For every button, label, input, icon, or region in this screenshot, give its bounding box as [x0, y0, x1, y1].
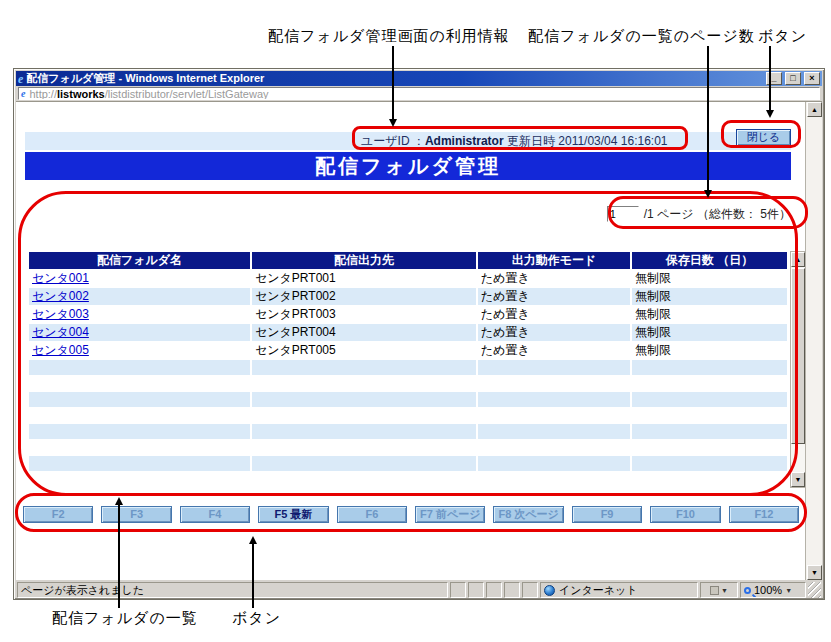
- col-header-mode: 出力動作モード: [478, 252, 630, 269]
- address-input[interactable]: e http://listworks/listdistributor/servl…: [18, 87, 820, 100]
- page-content: ユーザID ：Administrator 更新日時 2011/03/04 16:…: [16, 102, 822, 580]
- table-row: センタ005 センタPRT005 ため置き 無制限: [29, 342, 787, 359]
- scroll-down-icon[interactable]: ▼: [791, 472, 805, 487]
- close-page-button[interactable]: 閉じる: [736, 129, 791, 146]
- status-bar: ページが表示されました インターネット ▼ 100% ▼: [16, 580, 822, 599]
- zoom-control[interactable]: 100% ▼: [740, 582, 806, 598]
- annotation-arrow-line: [392, 46, 394, 120]
- url-text: http://listworks/listdistributor/servlet…: [29, 88, 268, 100]
- table-row: センタ002 センタPRT002 ため置き 無制限: [29, 288, 787, 305]
- scrollbar-thumb[interactable]: [791, 268, 805, 444]
- annotation-arrowhead: [249, 536, 257, 544]
- annotation-arrowhead: [115, 497, 123, 505]
- user-info-strip: ユーザID ：Administrator 更新日時 2011/03/04 16:…: [25, 132, 791, 150]
- table-row-empty: [29, 440, 787, 455]
- annotation-screen-info: 配信フォルダ管理画面の利用情報: [268, 27, 510, 46]
- pager-label: /1 ページ （総件数： 5件）: [644, 206, 791, 223]
- folder-link[interactable]: センタ002: [32, 289, 89, 303]
- status-message: ページが表示されました: [17, 582, 448, 598]
- annotation-page-count: 配信フォルダの一覧のページ数: [528, 27, 755, 46]
- folder-link[interactable]: センタ003: [32, 307, 89, 321]
- f8-next-page-button[interactable]: F8 次ページ: [493, 506, 563, 523]
- scroll-down-icon[interactable]: ▼: [807, 565, 822, 580]
- shield-icon: [710, 586, 719, 595]
- close-window-button[interactable]: ×: [804, 72, 820, 85]
- table-row-empty: [29, 408, 787, 423]
- protected-mode-indicator[interactable]: ▼: [700, 582, 738, 598]
- pager: /1 ページ （総件数： 5件）: [16, 205, 791, 223]
- folder-list-table: 配信フォルダ名 配信出力先 出力動作モード 保存日数 （日） センタ001 セン…: [27, 251, 789, 488]
- table-row-empty: [29, 472, 787, 487]
- internet-globe-icon: [544, 585, 555, 596]
- f6-button[interactable]: F6: [337, 506, 407, 523]
- annotation-arrow-line: [252, 544, 254, 608]
- folder-link[interactable]: センタ004: [32, 325, 89, 339]
- annotation-button-bottom: ボタン: [232, 609, 281, 628]
- window-title: 配信フォルダ管理 - Windows Internet Explorer: [26, 71, 763, 86]
- address-bar: e http://listworks/listdistributor/servl…: [16, 86, 822, 102]
- scroll-up-icon[interactable]: ▲: [791, 252, 805, 267]
- browser-scrollbar: ▲ ▼: [805, 102, 822, 580]
- folder-link[interactable]: センタ005: [32, 343, 89, 357]
- annotation-button-top: ボタン: [758, 27, 807, 46]
- col-header-days: 保存日数 （日）: [632, 252, 787, 269]
- annotation-arrow-line: [769, 46, 771, 111]
- function-key-bar: F2 F3 F4 F5 最新 F6 F7 前ページ F8 次ページ F9 F10…: [23, 506, 799, 523]
- updated-datetime: 2011/03/04 16:16:01: [558, 134, 667, 148]
- f3-button[interactable]: F3: [101, 506, 171, 523]
- security-zone: インターネット: [540, 582, 698, 598]
- f5-refresh-button[interactable]: F5 最新: [258, 506, 328, 523]
- annotation-folder-list: 配信フォルダの一覧: [52, 609, 198, 628]
- magnifier-icon: [744, 587, 751, 594]
- table-row: センタ003 センタPRT003 ため置き 無制限: [29, 306, 787, 323]
- f10-button[interactable]: F10: [650, 506, 720, 523]
- annotation-arrowhead: [389, 119, 397, 127]
- annotation-arrow-line: [707, 46, 709, 191]
- scroll-up-icon[interactable]: ▲: [807, 102, 822, 117]
- chevron-down-icon: ▼: [721, 587, 728, 594]
- f9-button[interactable]: F9: [572, 506, 642, 523]
- page-title: 配信フォルダ管理: [25, 152, 791, 180]
- f12-button[interactable]: F12: [729, 506, 799, 523]
- chevron-down-icon: ▼: [785, 587, 792, 594]
- user-info-text: ユーザID ：Administrator 更新日時 2011/03/04 16:…: [361, 132, 668, 150]
- ie-logo-icon: e: [18, 73, 23, 85]
- title-bar: e 配信フォルダ管理 - Windows Internet Explorer _…: [16, 71, 822, 86]
- f7-prev-page-button[interactable]: F7 前ページ: [415, 506, 485, 523]
- f2-button[interactable]: F2: [23, 506, 93, 523]
- list-scrollbar: ▲ ▼: [790, 251, 806, 488]
- maximize-button[interactable]: □: [785, 72, 801, 85]
- table-row-empty: [29, 424, 787, 439]
- annotation-arrowhead: [766, 110, 774, 118]
- zoom-level: 100%: [754, 584, 782, 596]
- browser-window: e 配信フォルダ管理 - Windows Internet Explorer _…: [13, 68, 825, 600]
- table-row-empty: [29, 392, 787, 407]
- table-row-empty: [29, 376, 787, 391]
- page-icon: e: [21, 88, 25, 99]
- table-row-empty: [29, 456, 787, 471]
- resize-grip[interactable]: [808, 582, 821, 598]
- table-row: センタ004 センタPRT004 ため置き 無制限: [29, 324, 787, 341]
- annotation-arrowhead: [704, 190, 712, 198]
- table-row-empty: [29, 360, 787, 375]
- folder-link[interactable]: センタ001: [32, 271, 89, 285]
- f4-button[interactable]: F4: [180, 506, 250, 523]
- page-number-input[interactable]: [607, 206, 639, 222]
- table-row: センタ001 センタPRT001 ため置き 無制限: [29, 270, 787, 287]
- col-header-output: 配信出力先: [252, 252, 476, 269]
- annotation-arrow-line: [118, 505, 120, 608]
- user-id-value: Administrator: [425, 134, 504, 148]
- col-header-folder: 配信フォルダ名: [29, 252, 250, 269]
